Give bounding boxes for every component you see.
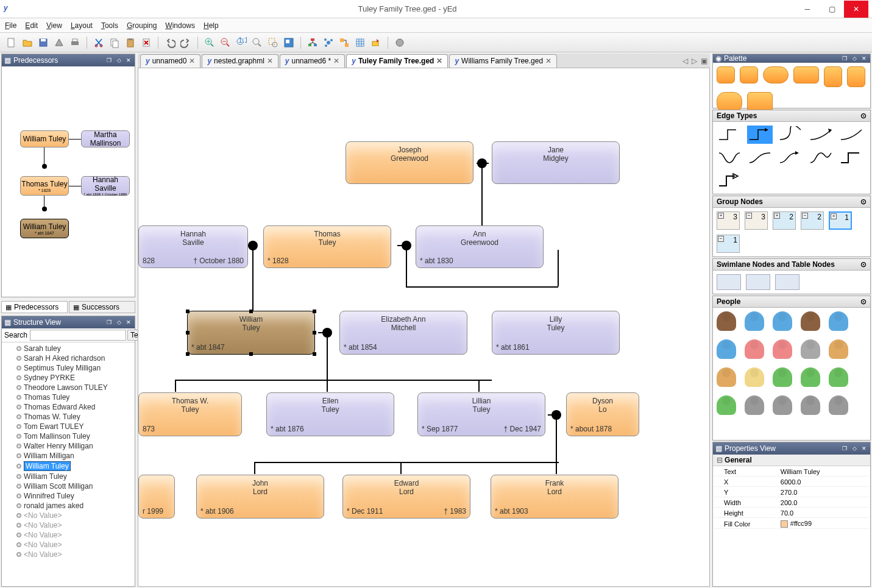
shape-square[interactable] <box>824 66 842 87</box>
edge-type[interactable] <box>717 172 742 190</box>
swimlane-node[interactable] <box>717 274 741 290</box>
document-tab[interactable]: yunnamed6 *✕ <box>280 54 345 68</box>
structure-item[interactable]: <No Value> <box>4 520 132 530</box>
graph-node[interactable]: DysonLo * about 1878 <box>566 392 639 436</box>
graph-node[interactable]: AnnGreenwood * abt 1830 <box>416 225 544 268</box>
mini-node[interactable]: Thomas Tuley* 1828 <box>20 176 69 196</box>
graph-node[interactable]: JosephGreenwood <box>346 141 473 184</box>
edge-type[interactable] <box>838 149 864 167</box>
person-icon[interactable] <box>829 339 848 359</box>
redo-icon[interactable] <box>179 36 193 49</box>
edge-type[interactable] <box>808 149 834 167</box>
search-input[interactable] <box>30 330 126 341</box>
structure-item[interactable]: Tom Mallinson Tuley <box>4 431 132 441</box>
menu-view[interactable]: View <box>46 21 62 30</box>
zoom-fit-icon[interactable] <box>250 36 264 49</box>
structure-item[interactable]: Sarah H Aked richardson <box>4 353 132 363</box>
overview-icon[interactable] <box>282 36 296 49</box>
layout-ortho-icon[interactable] <box>338 36 351 49</box>
person-icon[interactable] <box>745 395 764 415</box>
group-node[interactable]: −2 <box>801 211 824 230</box>
panel-close-icon[interactable]: ✕ <box>860 445 868 452</box>
tab-prev-icon[interactable]: ◁ <box>682 57 688 65</box>
graph-canvas[interactable]: JosephGreenwood JaneMidgley HannahSavill… <box>138 68 710 587</box>
document-tab[interactable]: yunnamed0✕ <box>140 54 200 68</box>
collapse-icon[interactable]: ⊙ <box>860 197 867 206</box>
person-icon[interactable] <box>829 395 848 415</box>
edge-type[interactable] <box>838 126 864 144</box>
tab-close-icon[interactable]: ✕ <box>333 57 339 65</box>
person-icon[interactable] <box>801 395 820 415</box>
menu-help[interactable]: Help <box>204 21 219 30</box>
paste-icon[interactable] <box>124 36 137 49</box>
panel-min-icon[interactable]: ◇ <box>115 57 122 64</box>
group-node-selected[interactable]: +1 <box>829 211 852 230</box>
shape-square[interactable] <box>847 66 865 87</box>
person-icon[interactable] <box>829 367 848 387</box>
person-icon[interactable] <box>745 339 764 359</box>
properties-table[interactable]: TextWilliam TuleyX6000.0Y270.0Width200.0… <box>713 466 870 530</box>
panel-float-icon[interactable]: ❐ <box>841 55 848 62</box>
edge-type[interactable] <box>717 149 742 167</box>
document-tab[interactable]: yWilliams Family Tree.ged✕ <box>449 54 557 68</box>
graph-node[interactable]: JaneMidgley <box>492 141 620 184</box>
menu-windows[interactable]: Windows <box>165 21 195 30</box>
structure-item[interactable]: Winnifred Tuley <box>4 491 132 501</box>
panel-float-icon[interactable]: ❐ <box>841 445 848 452</box>
shape-rect[interactable] <box>793 66 819 83</box>
structure-item[interactable]: Theodore Lawson TULEY <box>4 383 132 392</box>
graph-node[interactable]: r 1999 <box>138 475 175 519</box>
group-node[interactable]: +2 <box>773 211 796 230</box>
tab-menu-icon[interactable]: ▣ <box>701 57 707 65</box>
menu-tools[interactable]: Tools <box>101 21 118 30</box>
edge-type[interactable] <box>778 149 803 167</box>
predecessors-canvas[interactable]: William Tuley Martha Mallinson Thomas Tu… <box>2 66 135 297</box>
export-icon[interactable] <box>52 36 66 49</box>
person-icon[interactable] <box>717 311 736 331</box>
structure-item[interactable]: Sarah tuley <box>4 344 132 353</box>
graph-node[interactable]: Thomas W.Tuley 873 <box>138 392 242 436</box>
edge-type-selected[interactable] <box>747 126 773 144</box>
person-icon[interactable] <box>829 311 848 331</box>
copy-icon[interactable] <box>108 36 121 49</box>
structure-item[interactable]: Septimus Tuley Milligan <box>4 363 132 373</box>
structure-item[interactable]: Thomas Tuley <box>4 392 132 402</box>
mini-node[interactable]: William Tuley <box>20 130 69 147</box>
structure-item[interactable]: Thomas W. Tuley <box>4 412 132 422</box>
panel-close-icon[interactable]: ✕ <box>125 57 132 64</box>
person-icon[interactable] <box>717 339 736 359</box>
shape-square[interactable] <box>740 66 758 83</box>
menu-edit[interactable]: Edit <box>25 21 38 30</box>
menu-file[interactable]: File <box>5 21 16 30</box>
minimize-button[interactable]: ─ <box>795 1 820 18</box>
structure-item[interactable]: ronald james aked <box>4 501 132 511</box>
collapse-icon[interactable]: ⊙ <box>860 260 867 269</box>
structure-item[interactable]: Thomas Edward Aked <box>4 402 132 412</box>
person-icon[interactable] <box>773 311 792 331</box>
property-row[interactable]: Y270.0 <box>714 488 869 497</box>
save-icon[interactable] <box>37 36 50 49</box>
structure-item[interactable]: <No Value> <box>4 530 132 540</box>
edge-type[interactable] <box>778 126 803 144</box>
graph-node-selected[interactable]: WilliamTuley * abt 1847 <box>187 311 315 355</box>
edge-type[interactable] <box>717 126 742 144</box>
swimlane-node[interactable] <box>746 274 770 290</box>
person-icon[interactable] <box>773 339 792 359</box>
property-row[interactable]: Width200.0 <box>714 498 869 508</box>
structure-item[interactable]: William Scott Milligan <box>4 481 132 491</box>
person-icon[interactable] <box>801 339 820 359</box>
tab-next-icon[interactable]: ▷ <box>692 57 697 65</box>
person-icon[interactable] <box>717 367 736 387</box>
graph-node[interactable]: ThomasTuley * 1828 <box>263 225 391 268</box>
mini-node[interactable]: Hannah Saville* abt 1828 † October 1880 <box>81 176 130 196</box>
graph-node[interactable]: EdwardLord * Dec 1911† 1983 <box>342 475 470 519</box>
property-row[interactable]: Height70.0 <box>714 509 869 518</box>
person-icon[interactable] <box>745 367 764 387</box>
panel-min-icon[interactable]: ◇ <box>851 445 858 452</box>
zoom-in-icon[interactable] <box>203 36 216 49</box>
panel-close-icon[interactable]: ✕ <box>125 319 132 326</box>
snap-icon[interactable] <box>369 36 383 49</box>
cut-icon[interactable] <box>92 36 105 49</box>
menu-layout[interactable]: Layout <box>71 21 93 30</box>
graph-node[interactable]: Elizabeth AnnMitchell * abt 1854 <box>339 311 467 355</box>
